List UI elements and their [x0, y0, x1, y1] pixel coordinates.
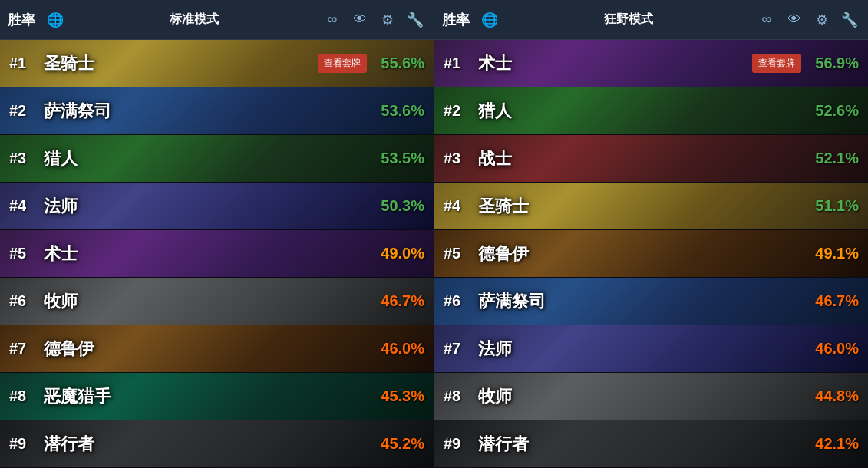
deck-row[interactable]: #6萨满祭司46.7% [434, 278, 868, 325]
deck-row[interactable]: #4圣骑士51.1% [434, 183, 868, 230]
deck-row[interactable]: #9潜行者45.2% [0, 420, 434, 468]
deck-rank: #3 [444, 150, 478, 167]
deck-class-name: 战士 [478, 147, 809, 170]
win-rate: 46.0% [809, 340, 859, 358]
deck-class-name: 术士 [478, 52, 752, 75]
deck-rank: #9 [444, 435, 478, 453]
left-icon-gear[interactable]: ⚙ [377, 9, 398, 31]
deck-rank: #1 [444, 54, 478, 72]
deck-class-name: 猎人 [44, 147, 375, 170]
deck-class-name: 潜行者 [478, 433, 809, 456]
deck-class-name: 萨满祭司 [44, 100, 375, 123]
deck-row[interactable]: #6牧师46.7% [0, 278, 434, 325]
view-deck-button[interactable]: 查看套牌 [752, 54, 801, 73]
win-rate: 51.1% [809, 197, 859, 215]
deck-class-name: 法师 [44, 195, 375, 218]
right-win-label: 胜率 [442, 11, 473, 29]
right-icon-globe[interactable]: 🌐 [479, 9, 500, 31]
win-rate: 46.0% [375, 340, 424, 358]
left-icon-infinity[interactable]: ∞ [322, 9, 343, 31]
deck-row-content: #9潜行者45.2% [0, 433, 434, 456]
deck-rank: #9 [9, 435, 44, 453]
deck-rank: #6 [444, 292, 478, 310]
deck-rank: #2 [444, 102, 478, 120]
deck-class-name: 潜行者 [44, 433, 375, 456]
deck-row[interactable]: #5术士49.0% [0, 230, 434, 278]
deck-row-content: #2猎人52.6% [434, 100, 868, 123]
main-container: 胜率 🌐 标准模式 ∞ 👁 ⚙ 🔧 #1圣骑士查看套牌55.6%#2萨满祭司53… [0, 0, 868, 468]
deck-row-content: #4圣骑士51.1% [434, 195, 868, 218]
deck-rank: #1 [9, 54, 44, 72]
deck-rank: #7 [9, 340, 44, 358]
deck-row-content: #1术士查看套牌56.9% [434, 52, 868, 75]
left-icon-globe[interactable]: 🌐 [45, 9, 66, 31]
deck-row[interactable]: #8牧师44.8% [434, 373, 868, 420]
deck-row-content: #5德鲁伊49.1% [434, 242, 868, 265]
deck-rank: #4 [9, 197, 44, 215]
right-panel-header: 胜率 🌐 狂野模式 ∞ 👁 ⚙ 🔧 [434, 0, 868, 40]
deck-class-name: 德鲁伊 [478, 242, 809, 265]
deck-row-content: #2萨满祭司53.6% [0, 100, 434, 123]
deck-class-name: 牧师 [478, 385, 809, 408]
deck-rank: #2 [9, 102, 44, 120]
deck-row-content: #5术士49.0% [0, 242, 434, 265]
deck-row[interactable]: #1圣骑士查看套牌55.6% [0, 40, 434, 87]
deck-rank: #5 [444, 245, 478, 262]
deck-rank: #3 [9, 150, 44, 167]
deck-row[interactable]: #9潜行者42.1% [434, 420, 868, 468]
win-rate: 46.7% [375, 292, 424, 310]
deck-row[interactable]: #3战士52.1% [434, 135, 868, 183]
win-rate: 49.0% [375, 245, 424, 262]
deck-class-name: 圣骑士 [478, 195, 809, 218]
view-deck-button[interactable]: 查看套牌 [318, 54, 367, 73]
win-rate: 56.9% [809, 54, 859, 72]
win-rate: 55.6% [375, 54, 424, 72]
deck-row[interactable]: #7法师46.0% [434, 325, 868, 373]
win-rate: 52.6% [809, 102, 859, 120]
deck-class-name: 牧师 [44, 290, 375, 313]
deck-row-content: #8恶魔猎手45.3% [0, 385, 434, 408]
deck-row[interactable]: #4法师50.3% [0, 183, 434, 230]
deck-row[interactable]: #8恶魔猎手45.3% [0, 373, 434, 420]
left-panel-header: 胜率 🌐 标准模式 ∞ 👁 ⚙ 🔧 [0, 0, 434, 40]
deck-row-content: #7德鲁伊46.0% [0, 338, 434, 361]
left-icon-eye[interactable]: 👁 [349, 9, 371, 31]
deck-class-name: 猎人 [478, 100, 809, 123]
win-rate: 53.6% [375, 102, 424, 120]
win-rate: 50.3% [375, 197, 424, 215]
deck-row-content: #8牧师44.8% [434, 385, 868, 408]
win-rate: 45.2% [375, 435, 424, 453]
deck-row[interactable]: #3猎人53.5% [0, 135, 434, 183]
deck-row[interactable]: #1术士查看套牌56.9% [434, 40, 868, 87]
deck-rank: #8 [444, 387, 478, 405]
win-rate: 46.7% [809, 292, 859, 310]
right-icon-gear[interactable]: ⚙ [811, 9, 833, 31]
left-win-label: 胜率 [8, 11, 38, 29]
win-rate: 52.1% [809, 150, 859, 167]
right-icon-wrench[interactable]: 🔧 [839, 9, 860, 31]
deck-class-name: 术士 [44, 242, 375, 265]
right-rows-container: #1术士查看套牌56.9%#2猎人52.6%#3战士52.1%#4圣骑士51.1… [434, 40, 868, 468]
left-mode-label: 标准模式 [72, 12, 315, 28]
left-icon-wrench[interactable]: 🔧 [404, 9, 426, 31]
deck-row-content: #6萨满祭司46.7% [434, 290, 868, 313]
deck-row[interactable]: #2萨满祭司53.6% [0, 87, 434, 135]
deck-row-content: #3猎人53.5% [0, 147, 434, 170]
left-rows-container: #1圣骑士查看套牌55.6%#2萨满祭司53.6%#3猎人53.5%#4法师50… [0, 40, 434, 468]
left-panel: 胜率 🌐 标准模式 ∞ 👁 ⚙ 🔧 #1圣骑士查看套牌55.6%#2萨满祭司53… [0, 0, 434, 468]
win-rate: 53.5% [375, 150, 424, 167]
deck-rank: #8 [9, 387, 44, 405]
deck-row[interactable]: #7德鲁伊46.0% [0, 325, 434, 373]
deck-row[interactable]: #2猎人52.6% [434, 87, 868, 135]
deck-row-content: #6牧师46.7% [0, 290, 434, 313]
deck-row-content: #1圣骑士查看套牌55.6% [0, 52, 434, 75]
deck-row-content: #7法师46.0% [434, 338, 868, 361]
right-icon-eye[interactable]: 👁 [784, 9, 805, 31]
win-rate: 49.1% [809, 245, 859, 262]
right-icon-infinity[interactable]: ∞ [756, 9, 777, 31]
deck-rank: #6 [9, 292, 44, 310]
deck-class-name: 法师 [478, 338, 809, 361]
deck-row-content: #3战士52.1% [434, 147, 868, 170]
right-mode-label: 狂野模式 [507, 12, 750, 28]
deck-row[interactable]: #5德鲁伊49.1% [434, 230, 868, 278]
